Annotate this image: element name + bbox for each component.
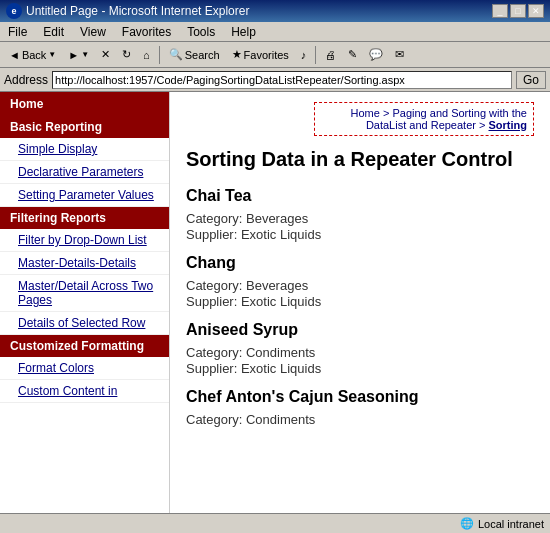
breadcrumb-separator-2: > bbox=[479, 119, 488, 131]
sidebar-item-master-detail-two-pages[interactable]: Master/Detail Across Two Pages bbox=[0, 275, 169, 312]
product-item-2: Chang Category: Beverages Supplier: Exot… bbox=[186, 254, 534, 309]
menu-tools[interactable]: Tools bbox=[183, 23, 219, 41]
go-button[interactable]: Go bbox=[516, 71, 546, 89]
product-supplier-2: Supplier: Exotic Liquids bbox=[186, 294, 534, 309]
print-button[interactable]: 🖨 bbox=[320, 44, 341, 66]
maximize-button[interactable]: □ bbox=[510, 4, 526, 18]
menu-edit[interactable]: Edit bbox=[39, 23, 68, 41]
search-button[interactable]: 🔍 Search bbox=[164, 44, 225, 66]
breadcrumb-current: Sorting bbox=[489, 119, 528, 131]
back-button[interactable]: ◄ Back ▼ bbox=[4, 44, 61, 66]
product-item-4: Chef Anton's Cajun Seasoning Category: C… bbox=[186, 388, 534, 427]
zone-label: Local intranet bbox=[478, 518, 544, 530]
breadcrumb: Home > Paging and Sorting with the DataL… bbox=[314, 102, 534, 136]
menu-bar: File Edit View Favorites Tools Help bbox=[0, 22, 550, 42]
sidebar-item-declarative-parameters[interactable]: Declarative Parameters bbox=[0, 161, 169, 184]
toolbar-separator-1 bbox=[159, 46, 160, 64]
main-content: Home > Paging and Sorting with the DataL… bbox=[170, 92, 550, 513]
window-title: Untitled Page - Microsoft Internet Explo… bbox=[26, 4, 249, 18]
product-name-1: Chai Tea bbox=[186, 187, 534, 205]
sidebar-section-filtering-reports: Filtering Reports bbox=[0, 207, 169, 229]
window-controls[interactable]: _ □ ✕ bbox=[492, 4, 544, 18]
browser-content: Home Basic Reporting Simple Display Decl… bbox=[0, 92, 550, 513]
status-right: 🌐 Local intranet bbox=[460, 517, 544, 530]
back-dropdown-icon[interactable]: ▼ bbox=[48, 50, 56, 59]
media-button[interactable]: ♪ bbox=[296, 44, 312, 66]
favorites-star-icon: ★ bbox=[232, 48, 242, 61]
discuss-button[interactable]: 💬 bbox=[364, 44, 388, 66]
product-category-3: Category: Condiments bbox=[186, 345, 534, 360]
product-supplier-1: Supplier: Exotic Liquids bbox=[186, 227, 534, 242]
window-title-section: e Untitled Page - Microsoft Internet Exp… bbox=[6, 3, 249, 19]
sidebar-item-simple-display[interactable]: Simple Display bbox=[0, 138, 169, 161]
product-category-4: Category: Condiments bbox=[186, 412, 534, 427]
forward-arrow-icon: ► bbox=[68, 49, 79, 61]
sidebar-item-setting-parameter-values[interactable]: Setting Parameter Values bbox=[0, 184, 169, 207]
back-arrow-icon: ◄ bbox=[9, 49, 20, 61]
edit-button[interactable]: ✎ bbox=[343, 44, 362, 66]
sidebar-section-customized-formatting: Customized Formatting bbox=[0, 335, 169, 357]
product-item-1: Chai Tea Category: Beverages Supplier: E… bbox=[186, 187, 534, 242]
toolbar-separator-2 bbox=[315, 46, 316, 64]
sidebar-item-details-selected-row[interactable]: Details of Selected Row bbox=[0, 312, 169, 335]
home-button[interactable]: ⌂ bbox=[138, 44, 155, 66]
favorites-button[interactable]: ★ Favorites bbox=[227, 44, 294, 66]
page-title: Sorting Data in a Repeater Control bbox=[186, 144, 534, 171]
title-bar: e Untitled Page - Microsoft Internet Exp… bbox=[0, 0, 550, 22]
address-bar: Address Go bbox=[0, 68, 550, 92]
product-supplier-3: Supplier: Exotic Liquids bbox=[186, 361, 534, 376]
status-bar: 🌐 Local intranet bbox=[0, 513, 550, 533]
close-button[interactable]: ✕ bbox=[528, 4, 544, 18]
breadcrumb-home-link[interactable]: Home bbox=[351, 107, 380, 119]
address-input[interactable] bbox=[52, 71, 512, 89]
refresh-button[interactable]: ↻ bbox=[117, 44, 136, 66]
menu-file[interactable]: File bbox=[4, 23, 31, 41]
sidebar-item-filter-dropdown[interactable]: Filter by Drop-Down List bbox=[0, 229, 169, 252]
address-label: Address bbox=[4, 73, 48, 87]
product-category-1: Category: Beverages bbox=[186, 211, 534, 226]
search-icon: 🔍 bbox=[169, 48, 183, 61]
menu-help[interactable]: Help bbox=[227, 23, 260, 41]
sidebar-section-basic-reporting: Basic Reporting bbox=[0, 116, 169, 138]
sidebar-home-item[interactable]: Home bbox=[0, 92, 169, 116]
sidebar-item-custom-content[interactable]: Custom Content in bbox=[0, 380, 169, 403]
forward-dropdown-icon[interactable]: ▼ bbox=[81, 50, 89, 59]
ie-logo-icon: e bbox=[6, 3, 22, 19]
forward-button[interactable]: ► ▼ bbox=[63, 44, 94, 66]
product-name-3: Aniseed Syrup bbox=[186, 321, 534, 339]
minimize-button[interactable]: _ bbox=[492, 4, 508, 18]
product-name-2: Chang bbox=[186, 254, 534, 272]
menu-view[interactable]: View bbox=[76, 23, 110, 41]
globe-icon: 🌐 bbox=[460, 517, 474, 530]
toolbar: ◄ Back ▼ ► ▼ ✕ ↻ ⌂ 🔍 Search ★ Favorites … bbox=[0, 42, 550, 68]
messenger-button[interactable]: ✉ bbox=[390, 44, 409, 66]
product-name-4: Chef Anton's Cajun Seasoning bbox=[186, 388, 534, 406]
menu-favorites[interactable]: Favorites bbox=[118, 23, 175, 41]
sidebar-item-master-details[interactable]: Master-Details-Details bbox=[0, 252, 169, 275]
product-item-3: Aniseed Syrup Category: Condiments Suppl… bbox=[186, 321, 534, 376]
product-category-2: Category: Beverages bbox=[186, 278, 534, 293]
sidebar-item-format-colors[interactable]: Format Colors bbox=[0, 357, 169, 380]
sidebar: Home Basic Reporting Simple Display Decl… bbox=[0, 92, 170, 513]
stop-button[interactable]: ✕ bbox=[96, 44, 115, 66]
media-icon: ♪ bbox=[301, 49, 307, 61]
